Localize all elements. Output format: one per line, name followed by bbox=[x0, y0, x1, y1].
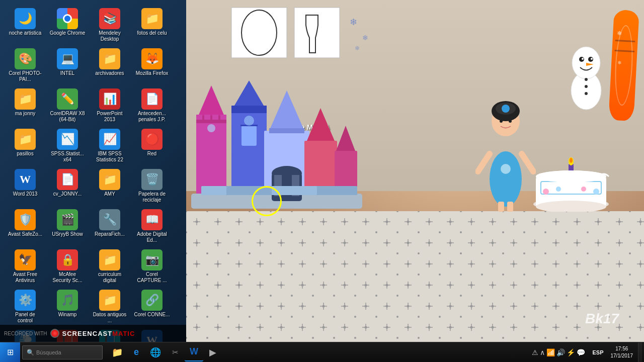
desktop-icon-word-2013[interactable]: WWord 2013 bbox=[5, 167, 45, 205]
taskbar-search[interactable]: 🔍 Búsqueda bbox=[22, 345, 103, 359]
icon-label-ibm-spss: IBM SPSS Statistics 22 bbox=[92, 151, 128, 163]
svg-rect-21 bbox=[220, 115, 226, 120]
icon-image-papelera-reciclaje: 🗑️ bbox=[141, 169, 163, 190]
svg-marker-31 bbox=[307, 108, 335, 141]
svg-rect-24 bbox=[231, 106, 267, 113]
icon-image-intel: 💻 bbox=[57, 48, 78, 69]
screencast-bar: RECORDED WITH SCREENCASTMATIC bbox=[0, 325, 186, 342]
snipping-icon: ✂ bbox=[172, 348, 179, 357]
desktop-icon-curriculum-digital[interactable]: 📁curriculum digital bbox=[90, 247, 130, 286]
icon-label-usryyb-show: USryyB Show bbox=[52, 231, 83, 237]
desktop-icon-adobe-digital-ed[interactable]: 📖Adobe Digital Ed... bbox=[132, 207, 172, 245]
desktop-icon-mozilla-firefox[interactable]: 🦊Mozilla Firefox bbox=[132, 46, 172, 84]
desktop-icon-coreldraw-x8[interactable]: ✏️CorelDRAW X8 (64-Bit) bbox=[47, 86, 88, 125]
desktop-icon-ma-jonny[interactable]: 📁ma jonny bbox=[5, 86, 45, 125]
icon-label-papelera-reciclaje: Papelera de reciclaje bbox=[134, 191, 170, 203]
svg-rect-58 bbox=[507, 202, 513, 212]
icon-image-datos-antiguos: 📁 bbox=[99, 290, 120, 311]
search-icon: 🔍 bbox=[27, 349, 34, 356]
icon-label-google-chrome: Google Chrome bbox=[50, 30, 86, 36]
icon-image-repara-ficheros: 🔧 bbox=[99, 209, 120, 230]
desktop-icon-pasillos[interactable]: 📁pasillos bbox=[5, 127, 45, 165]
icon-image-spss-statistics: 📉 bbox=[57, 129, 78, 150]
desktop-icon-antecedentes-penales[interactable]: 📄Anteceden... penales J.P. bbox=[132, 86, 172, 125]
edge-icon: e bbox=[134, 347, 139, 357]
icon-label-corel-connect: Corel CONNE... bbox=[134, 312, 170, 318]
icon-label-datos-antiguos: Datos antiguos ... bbox=[92, 312, 128, 324]
desktop-icon-amy[interactable]: 📁AMY bbox=[90, 167, 130, 205]
desktop-icon-usryyb-show[interactable]: 🎬USryyB Show bbox=[47, 207, 88, 245]
language-indicator[interactable]: ESP bbox=[590, 349, 605, 355]
screencast-logo-text: SCREENCAST bbox=[62, 330, 113, 337]
svg-point-14 bbox=[585, 92, 588, 95]
svg-line-47 bbox=[478, 154, 490, 171]
desktop-icon-noche-artistica[interactable]: 🌙noche artistica bbox=[5, 6, 45, 44]
desktop-icon-corel-connect[interactable]: 🔗Corel CONNE... bbox=[132, 288, 172, 326]
svg-rect-18 bbox=[196, 115, 202, 120]
desktop-icon-winamp[interactable]: 🎵Winamp bbox=[47, 288, 88, 326]
icon-image-cv-jonny: 📄 bbox=[57, 169, 78, 190]
icon-image-word-2013: W bbox=[15, 169, 36, 190]
icon-label-avast-free: Avast Free Antivirus bbox=[7, 272, 43, 284]
svg-marker-33 bbox=[336, 126, 355, 151]
search-text: Búsqueda bbox=[36, 349, 61, 355]
desktop-icon-repara-ficheros[interactable]: 🔧ReparaFich... bbox=[90, 207, 130, 245]
desktop-icon-intel[interactable]: 💻INTEL bbox=[47, 46, 88, 84]
svg-rect-29 bbox=[269, 128, 304, 133]
icon-label-panel-control: Panel de control bbox=[7, 312, 43, 324]
icon-label-antecedentes-penales: Anteceden... penales J.P. bbox=[134, 111, 170, 123]
desktop-icon-panel-control[interactable]: ⚙️Panel de control bbox=[5, 288, 45, 326]
taskbar-file-explorer[interactable]: 📁 bbox=[107, 343, 128, 361]
svg-point-39 bbox=[207, 124, 215, 132]
icon-label-spss-statistics: SPSS.Statist... x64 bbox=[49, 151, 86, 163]
icon-label-curriculum-digital: curriculum digital bbox=[92, 272, 128, 284]
desktop-icon-google-chrome[interactable]: Google Chrome bbox=[47, 6, 88, 44]
desktop-icon-red[interactable]: 🔴Red bbox=[132, 127, 172, 165]
icon-label-ma-jonny: ma jonny bbox=[15, 111, 36, 117]
desktop-icon-archivadores[interactable]: 📁archivadores bbox=[90, 46, 130, 84]
desktop-icon-spss-statistics[interactable]: 📉SPSS.Statist... x64 bbox=[47, 127, 88, 165]
icon-image-avast-safezone: 🛡️ bbox=[15, 209, 36, 230]
svg-point-46 bbox=[490, 151, 522, 207]
taskbar: ⊞ 🔍 Búsqueda 📁 e 🌐 ✂ W ▶ ⚠ ∧ 📶 🔊 bbox=[0, 342, 644, 362]
svg-point-56 bbox=[501, 164, 511, 174]
icon-label-coreldraw-x8: CorelDRAW X8 (64-Bit) bbox=[49, 111, 86, 123]
desktop-icon-avast-safezone[interactable]: 🛡️Avast SafeZo... bbox=[5, 207, 45, 245]
cursor-circle bbox=[252, 186, 282, 216]
taskbar-word-running[interactable]: W bbox=[185, 343, 203, 361]
desktop-icon-cv-jonny[interactable]: 📄cv_JONNY... bbox=[47, 167, 88, 205]
icon-image-usryyb-show: 🎬 bbox=[57, 209, 78, 230]
taskbar-chrome[interactable]: 🌐 bbox=[145, 343, 166, 361]
desktop-icon-fotos-del-celu[interactable]: 📁fotos del celu bbox=[132, 6, 172, 44]
icon-image-powerpoint-2013: 📊 bbox=[99, 88, 120, 110]
icon-image-red: 🔴 bbox=[141, 129, 163, 150]
desktop-icon-mendeley-desktop[interactable]: 📚Mendeley Desktop bbox=[90, 6, 130, 44]
icon-label-cv-jonny: cv_JONNY... bbox=[53, 191, 82, 197]
taskbar-clock[interactable]: 17:56 17/1/2017 bbox=[608, 345, 636, 359]
desktop-icon-datos-antiguos[interactable]: 📁Datos antiguos ... bbox=[90, 288, 130, 326]
desktop-icon-mcafee-security[interactable]: 🔒McAfee Security Sc... bbox=[47, 247, 88, 286]
tray-volume-icon: 🔊 bbox=[556, 348, 565, 356]
taskbar-edge[interactable]: e bbox=[129, 343, 144, 361]
start-button[interactable]: ⊞ bbox=[0, 342, 20, 363]
taskbar-snipping[interactable]: ✂ bbox=[167, 343, 184, 361]
icon-label-amy: AMY bbox=[104, 191, 115, 197]
desktop-icon-ibm-spss[interactable]: 📈IBM SPSS Statistics 22 bbox=[90, 127, 130, 165]
desktop-icon-corel-capture[interactable]: 📷Corel CAPTURE ... bbox=[132, 247, 172, 286]
icon-label-corel-photo-pai: Corel PHOTO-PAI... bbox=[7, 70, 43, 82]
desktop-icon-papelera-reciclaje[interactable]: 🗑️Papelera de reciclaje bbox=[132, 167, 172, 205]
tray-up-icon[interactable]: ∧ bbox=[540, 348, 545, 356]
icon-label-intel: INTEL bbox=[60, 70, 74, 76]
tray-network-icon: 📶 bbox=[546, 348, 555, 356]
taskbar-mediaplayer[interactable]: ▶ bbox=[204, 343, 221, 361]
icon-label-archivadores: archivadores bbox=[95, 70, 124, 76]
icon-image-pasillos: 📁 bbox=[15, 129, 36, 150]
desktop-icon-corel-photo-pai[interactable]: 🎨Corel PHOTO-PAI... bbox=[5, 46, 45, 84]
desktop-icon-powerpoint-2013[interactable]: 📊PowerPoint 2013 bbox=[90, 86, 130, 125]
icon-label-mozilla-firefox: Mozilla Firefox bbox=[136, 70, 168, 76]
show-desktop-button[interactable] bbox=[638, 342, 642, 363]
icon-image-avast-free: 🦅 bbox=[15, 249, 36, 270]
desktop-icon-avast-free[interactable]: 🦅Avast Free Antivirus bbox=[5, 247, 45, 286]
svg-point-68 bbox=[543, 189, 549, 195]
taskbar-date-value: 17/1/2017 bbox=[611, 352, 633, 359]
